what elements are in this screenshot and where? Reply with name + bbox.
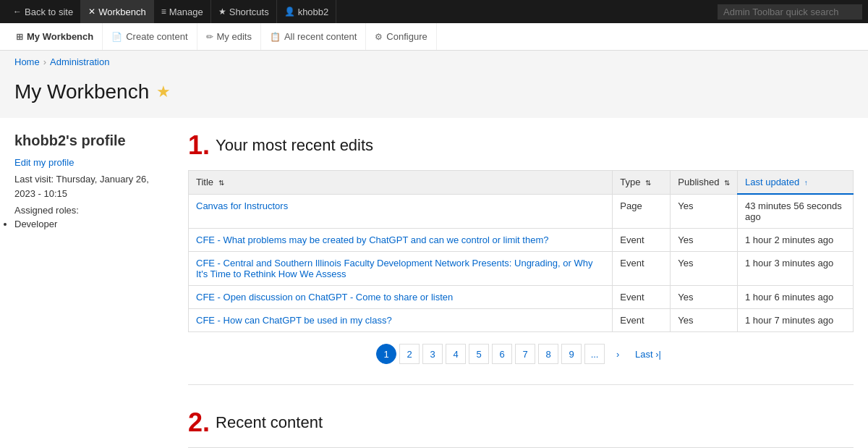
title-header[interactable]: Title ⇅ (189, 171, 613, 195)
page-header: My Workbench ★ (0, 73, 868, 118)
ellipsis: ... (584, 344, 605, 364)
page-8-button[interactable]: 8 (538, 344, 558, 364)
toolbar-manage[interactable]: ≡ Manage (154, 0, 211, 23)
secondary-nav: ⊞ My Workbench 📄 Create content ✏ My edi… (0, 23, 868, 51)
published-cell: Yes (671, 252, 738, 286)
last-updated-cell: 1 hour 3 minutes ago (738, 252, 854, 286)
toolbar-user[interactable]: 👤 khobb2 (277, 0, 337, 23)
title-link[interactable]: CFE - How can ChatGPT be used in my clas… (196, 315, 392, 326)
title-cell: CFE - Central and Southern Illinois Facu… (189, 252, 613, 286)
gear-icon: ⚙ (375, 32, 383, 42)
breadcrumb-separator: › (43, 56, 46, 67)
table-row: CFE - Open discussion on ChatGPT - Come … (189, 286, 854, 309)
workbench-icon: ✕ (88, 7, 95, 17)
breadcrumb: Home › Administration (0, 51, 868, 73)
page-4-button[interactable]: 4 (446, 344, 466, 364)
title-link[interactable]: CFE - What problems may be created by Ch… (196, 234, 548, 245)
type-cell: Event (613, 309, 671, 332)
roles-list: Developer (14, 219, 166, 229)
page-7-button[interactable]: 7 (515, 344, 535, 364)
admin-search-input[interactable] (718, 4, 862, 20)
section-divider (188, 384, 854, 385)
published-cell: Yes (671, 286, 738, 309)
last-updated-cell: 1 hour 6 minutes ago (738, 286, 854, 309)
published-sort-icon: ⇅ (724, 179, 730, 187)
recent-content-section: 2. Recent content Title ⇅ Type ⇅ (188, 402, 854, 448)
recent-content-header: 2. Recent content (188, 410, 854, 436)
nav-my-workbench[interactable]: ⊞ My Workbench (7, 23, 103, 50)
last-updated-cell: 43 minutes 56 seconds ago (738, 194, 854, 229)
page-title: My Workbench (14, 80, 149, 103)
title-link[interactable]: Canvas for Instructors (196, 200, 288, 211)
recent-edits-table: Title ⇅ Type ⇅ Published ⇅ Last updated … (188, 170, 854, 332)
toolbar-workbench[interactable]: ✕ Workbench (81, 0, 154, 23)
table-header-row: Title ⇅ Type ⇅ Published ⇅ Last updated … (189, 171, 854, 195)
recent-edits-header: 1. Your most recent edits (188, 132, 854, 159)
title-link[interactable]: CFE - Central and Southern Illinois Facu… (196, 258, 592, 279)
pagination: 1 2 3 4 5 6 7 8 9 ... › Last ›| (188, 332, 854, 370)
title-cell: CFE - How can ChatGPT be used in my clas… (189, 309, 613, 332)
page-6-button[interactable]: 6 (492, 344, 512, 364)
type-cell: Event (613, 252, 671, 286)
last-page-button[interactable]: Last ›| (631, 344, 665, 364)
breadcrumb-home[interactable]: Home (14, 56, 40, 67)
last-visit: Last visit: Thursday, January 26, 2023 -… (14, 172, 166, 200)
published-cell: Yes (671, 194, 738, 229)
title-cell: Canvas for Instructors (189, 194, 613, 229)
nav-create-content[interactable]: 📄 Create content (103, 23, 197, 50)
last-updated-cell: 1 hour 7 minutes ago (738, 309, 854, 332)
title-link[interactable]: CFE - Open discussion on ChatGPT - Come … (196, 292, 453, 303)
admin-toolbar: ← Back to site ✕ Workbench ≡ Manage ★ Sh… (0, 0, 868, 23)
last-updated-header[interactable]: Last updated ↑ (738, 171, 854, 195)
type-cell: Page (613, 194, 671, 229)
page-2-button[interactable]: 2 (399, 344, 420, 364)
recent-content-title: Recent content (216, 413, 323, 432)
content-area: 1. Your most recent edits Title ⇅ Type ⇅… (188, 132, 854, 448)
create-icon: 📄 (111, 32, 122, 42)
recent-edits-title: Your most recent edits (216, 136, 373, 155)
published-header[interactable]: Published ⇅ (671, 171, 738, 195)
star-icon: ★ (218, 7, 226, 17)
list-icon: 📋 (270, 32, 281, 42)
page-9-button[interactable]: 9 (561, 344, 582, 364)
profile-section: khobb2's profile Edit my profile Last vi… (14, 132, 188, 448)
edit-icon: ✏ (206, 32, 213, 42)
favorite-star-icon[interactable]: ★ (156, 83, 171, 101)
title-cell: CFE - What problems may be created by Ch… (189, 229, 613, 252)
table-row: CFE - How can ChatGPT be used in my clas… (189, 309, 854, 332)
last-updated-cell: 1 hour 2 minutes ago (738, 229, 854, 252)
type-cell: Event (613, 229, 671, 252)
table-row: Canvas for Instructors Page Yes 43 minut… (189, 194, 854, 229)
nav-configure[interactable]: ⚙ Configure (366, 23, 436, 50)
nav-my-edits[interactable]: ✏ My edits (197, 23, 261, 50)
page-5-button[interactable]: 5 (469, 344, 489, 364)
menu-icon: ≡ (161, 7, 166, 17)
title-sort-icon: ⇅ (218, 179, 224, 187)
nav-all-recent-content[interactable]: 📋 All recent content (261, 23, 366, 50)
toolbar-back-to-site[interactable]: ← Back to site (6, 0, 81, 23)
role-item: Developer (14, 219, 166, 229)
section-number-1: 1. (188, 132, 210, 159)
page-1-button[interactable]: 1 (376, 344, 396, 364)
recent-edits-body: Canvas for Instructors Page Yes 43 minut… (189, 194, 854, 332)
type-header[interactable]: Type ⇅ (613, 171, 671, 195)
table-row: CFE - What problems may be created by Ch… (189, 229, 854, 252)
user-icon: 👤 (284, 7, 295, 17)
main-content: khobb2's profile Edit my profile Last vi… (0, 118, 868, 448)
workbench-nav-icon: ⊞ (16, 32, 23, 42)
page-3-button[interactable]: 3 (422, 344, 443, 364)
last-updated-sort-icon: ↑ (804, 179, 808, 187)
edit-profile-link[interactable]: Edit my profile (14, 157, 74, 168)
next-page-button[interactable]: › (608, 344, 628, 364)
profile-title: khobb2's profile (14, 132, 166, 149)
table-row: CFE - Central and Southern Illinois Facu… (189, 252, 854, 286)
assigned-roles-label: Assigned roles: (14, 205, 166, 216)
back-arrow-icon: ← (13, 7, 22, 17)
title-cell: CFE - Open discussion on ChatGPT - Come … (189, 286, 613, 309)
published-cell: Yes (671, 229, 738, 252)
breadcrumb-admin[interactable]: Administration (50, 56, 109, 67)
type-sort-icon: ⇅ (645, 179, 651, 187)
type-cell: Event (613, 286, 671, 309)
published-cell: Yes (671, 309, 738, 332)
toolbar-shortcuts[interactable]: ★ Shortcuts (211, 0, 277, 23)
